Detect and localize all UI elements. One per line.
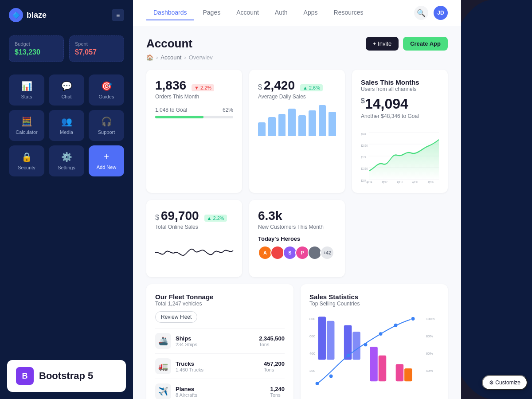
- budget-row: Budget $13,230 Spent $7,057: [0, 30, 133, 67]
- daily-label: Average Daily Sales: [258, 94, 336, 100]
- customers-card: 6.3k New Customers This Month Today's He…: [249, 200, 345, 277]
- sidebar: 🔷 blaze ≡ Budget $13,230 Spent $7,057 📊 …: [0, 0, 133, 399]
- svg-text:60%: 60%: [426, 352, 433, 356]
- daily-number: 2,420: [264, 78, 295, 93]
- support-label: Support: [98, 129, 115, 135]
- heroes-avatars: A S P +42: [258, 246, 336, 260]
- logo-icon: 🔷: [9, 8, 23, 22]
- breadcrumb-account[interactable]: Account: [160, 54, 181, 61]
- review-fleet-button[interactable]: Review Fleet: [155, 311, 197, 323]
- bootstrap-icon: B: [16, 367, 34, 385]
- bar-7: [319, 105, 326, 136]
- spent-amount: $7,057: [75, 48, 118, 56]
- budget-card: Budget $13,230: [9, 35, 64, 62]
- nav-link-account[interactable]: Account: [229, 5, 266, 20]
- customers-label: New Customers This Month: [258, 224, 336, 230]
- online-sales-card: $ 69,700 ▲ 2.2% Total Online Sales: [146, 200, 242, 277]
- invite-button[interactable]: + Invite: [366, 37, 399, 51]
- calculator-label: Calculator: [16, 129, 38, 135]
- svg-point-31: [316, 382, 319, 385]
- sidebar-item-media[interactable]: 👥 Media: [49, 110, 84, 141]
- heroes-section: Today's Heroes A S P +42: [258, 235, 336, 260]
- sales-goal: Another $48,346 to Goal: [361, 113, 439, 119]
- customize-button[interactable]: ⚙ Customize: [482, 375, 528, 390]
- ships-name: Ships: [176, 335, 197, 342]
- sidebar-item-settings[interactable]: ⚙️ Settings: [49, 145, 84, 176]
- sidebar-item-calculator[interactable]: 🧮 Calculator: [9, 110, 44, 141]
- svg-text:$20.5K: $20.5K: [361, 144, 368, 147]
- svg-text:Apr 10: Apr 10: [397, 180, 403, 184]
- nav-link-auth[interactable]: Auth: [268, 5, 295, 20]
- sales-prefix: $: [361, 97, 365, 105]
- svg-rect-27: [370, 347, 378, 381]
- svg-rect-28: [379, 356, 387, 381]
- daily-prefix: $: [258, 83, 262, 91]
- heroes-title: Today's Heroes: [258, 235, 336, 242]
- fleet-item-trucks: 🚛 Trucks 1,460 Trucks 457,200 Tons: [155, 353, 285, 379]
- trucks-unit: Tons: [264, 367, 285, 372]
- sidebar-item-guides[interactable]: 🎯 Guides: [89, 74, 124, 106]
- stats-row-2: $ 69,700 ▲ 2.2% Total Online Sales 6.3k …: [146, 200, 448, 277]
- sales-stats-title: Sales Statistics: [309, 293, 439, 301]
- avatar[interactable]: JD: [434, 6, 448, 20]
- planes-sub: 8 Aircrafts: [176, 392, 197, 398]
- sales-line-chart: $10K $13.5K $17K $20.5K $24K: [361, 126, 439, 184]
- search-button[interactable]: 🔍: [414, 6, 428, 20]
- create-app-button[interactable]: Create App: [403, 37, 448, 51]
- goal-text: 1,048 to Goal: [155, 107, 187, 113]
- customers-number: 6.3k: [258, 209, 336, 223]
- wavy-svg: [155, 237, 233, 268]
- right-panel: ⚙ Customize: [461, 0, 532, 399]
- support-icon: 🎧: [101, 116, 112, 127]
- sidebar-item-chat[interactable]: 💬 Chat: [49, 74, 84, 106]
- goal-row: 1,048 to Goal 62%: [155, 107, 233, 113]
- fleet-item-ships: 🚢 Ships 234 Ships 2,345,500 Tons: [155, 328, 285, 353]
- spent-card: Spent $7,057: [69, 35, 124, 62]
- security-icon: 🔒: [21, 152, 32, 162]
- svg-text:$17K: $17K: [361, 155, 366, 159]
- sidebar-item-support[interactable]: 🎧 Support: [89, 110, 124, 141]
- orders-badge: ▼ 2.2%: [192, 84, 214, 91]
- daily-badge: ▲ 2.6%: [300, 84, 323, 91]
- page-actions: + Invite Create App: [366, 37, 448, 51]
- svg-text:$24K: $24K: [361, 132, 366, 136]
- top-nav: Dashboards Pages Account Auth Apps Resou…: [133, 0, 461, 26]
- online-label: Total Online Sales: [155, 224, 233, 230]
- svg-rect-26: [352, 332, 360, 360]
- nav-link-apps[interactable]: Apps: [297, 5, 325, 20]
- guides-icon: 🎯: [101, 81, 112, 91]
- trucks-icon: 🚛: [155, 358, 171, 374]
- top-nav-right: 🔍 JD: [414, 6, 448, 20]
- bootstrap-text: Bootstrap 5: [39, 370, 93, 382]
- planes-amount-block: 1,240 Tons: [270, 386, 285, 398]
- fleet-card: Our Fleet Tonnage Total 1,247 vehicles R…: [146, 284, 293, 399]
- budget-label: Budget: [15, 41, 58, 47]
- sales-month-title: Sales This Months: [361, 78, 439, 86]
- sidebar-item-stats[interactable]: 📊 Stats: [9, 74, 44, 106]
- main-content: Dashboards Pages Account Auth Apps Resou…: [133, 0, 461, 399]
- orders-number: 1,836: [155, 78, 186, 93]
- svg-text:200: 200: [309, 369, 316, 373]
- nav-link-dashboards[interactable]: Dashboards: [146, 5, 194, 20]
- fleet-item-left-ships: 🚢 Ships 234 Ships: [155, 333, 197, 349]
- sidebar-item-add-new[interactable]: + Add New: [89, 145, 124, 176]
- nav-link-resources[interactable]: Resources: [327, 5, 371, 20]
- trucks-amount-block: 457,200 Tons: [264, 360, 285, 372]
- dark-curve: [461, 0, 532, 399]
- nav-link-pages[interactable]: Pages: [196, 5, 228, 20]
- mini-bars: [258, 105, 336, 136]
- nav-links: Dashboards Pages Account Auth Apps Resou…: [146, 5, 370, 20]
- ships-amount-block: 2,345,500 Tons: [259, 335, 285, 347]
- svg-rect-24: [327, 321, 335, 360]
- fleet-sub: Total 1,247 vehicles: [155, 301, 285, 307]
- sidebar-item-security[interactable]: 🔒 Security: [9, 145, 44, 176]
- svg-text:100%: 100%: [426, 317, 435, 321]
- svg-text:$13.5K: $13.5K: [361, 167, 368, 170]
- sales-month-card: Sales This Months Users from all channel…: [352, 70, 448, 193]
- trucks-name: Trucks: [176, 360, 203, 367]
- svg-text:$10K: $10K: [361, 179, 366, 182]
- breadcrumb-sep1: ›: [156, 54, 158, 61]
- media-label: Media: [60, 129, 73, 135]
- menu-icon[interactable]: ≡: [112, 9, 124, 21]
- progress-bar: [155, 116, 233, 118]
